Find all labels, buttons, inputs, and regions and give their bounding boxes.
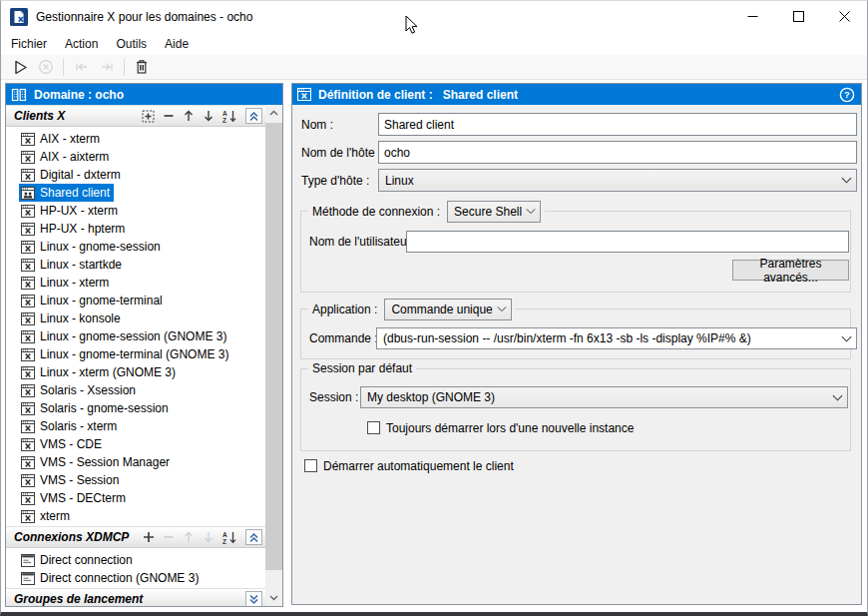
client-icon [21, 366, 35, 379]
list-item[interactable]: AIX - aixterm [6, 148, 265, 166]
list-item-label: VMS - DECterm [40, 491, 126, 505]
client-icon [21, 348, 35, 361]
application-mode-select[interactable]: Commande unique [384, 299, 512, 320]
client-icon [21, 456, 35, 469]
attach-button [68, 56, 94, 78]
client-icon [21, 474, 35, 487]
session-select[interactable]: My desktop (GNOME 3) [360, 386, 848, 408]
svg-text:A: A [222, 110, 227, 117]
client-icon [21, 295, 35, 308]
menu-outils[interactable]: Outils [107, 34, 156, 54]
list-item-label: AIX - aixterm [40, 150, 109, 164]
list-item[interactable]: Linux - xterm [6, 274, 265, 292]
list-item[interactable]: Linux - gnome-terminal [6, 292, 265, 309]
section-header-connexions-xdmcp[interactable]: Connexions XDMCPAZ [6, 526, 265, 548]
client-icon [21, 420, 35, 433]
section-tools [245, 589, 262, 606]
list-item[interactable]: VMS - Session [6, 471, 265, 489]
new-client-button[interactable] [142, 110, 155, 123]
list-item[interactable]: Solaris - gnome-session [6, 399, 265, 417]
sidebar-panel: Domaine : ocho Clients XAZAIX - xtermAIX… [5, 83, 283, 607]
list-item-label: Linux - konsole [40, 311, 121, 325]
expand-section-button[interactable] [245, 591, 262, 606]
remove-client-button[interactable] [163, 110, 175, 122]
section-header-clients-x[interactable]: Clients XAZ [6, 105, 265, 127]
sort-button[interactable]: AZ [222, 531, 237, 544]
always-start-checkbox[interactable] [367, 421, 380, 434]
list-item[interactable]: Direct connection (GNOME 3) [6, 569, 265, 587]
client-icon [21, 169, 35, 182]
scroll-down-button[interactable] [265, 589, 282, 606]
list-item[interactable]: VMS - DECterm [6, 489, 265, 507]
list-item[interactable]: HP-UX - xterm [6, 202, 265, 220]
list-item[interactable]: VMS - Session Manager [6, 453, 265, 471]
host-type-select[interactable]: Linux [378, 169, 857, 192]
sidebar-scrollbar[interactable] [265, 105, 282, 606]
session-value: My desktop (GNOME 3) [367, 390, 495, 404]
connection-method-label: Méthode de connexion : [312, 205, 440, 219]
list-item-label: Solaris - Xsession [40, 383, 136, 397]
domain-label: Domaine : ocho [34, 88, 124, 102]
client-icon [21, 241, 35, 254]
list-item[interactable]: Shared client [6, 184, 265, 202]
list-item-label: HP-UX - xterm [40, 204, 118, 218]
collapse-section-button[interactable] [245, 108, 262, 124]
sort-button[interactable]: AZ [222, 110, 237, 123]
connection-method-select[interactable]: Secure Shell [447, 201, 541, 223]
list-item[interactable]: Direct connection [6, 551, 265, 569]
list-item[interactable]: Solaris - Xsession [6, 381, 265, 399]
client-definition-header: Définition de client : Shared client ? [292, 84, 861, 105]
run-button[interactable] [7, 56, 33, 78]
section-title: Clients X [14, 109, 65, 123]
svg-text:?: ? [844, 89, 850, 100]
name-input[interactable] [378, 113, 857, 136]
list-item[interactable]: Digital - dxterm [6, 166, 265, 184]
scroll-thumb[interactable] [265, 123, 282, 570]
section-title: Connexions XDMCP [14, 530, 129, 544]
list-item-label: VMS - Session Manager [40, 455, 170, 469]
list-item-label: Digital - dxterm [40, 168, 121, 182]
list-item-label: Shared client [40, 186, 110, 200]
move-down-button[interactable] [203, 110, 215, 122]
help-icon[interactable]: ? [839, 87, 855, 103]
list-item[interactable]: xterm [6, 507, 265, 525]
list-item-label: Linux - xterm [40, 276, 109, 290]
list-item[interactable]: Linux - startkde [6, 256, 265, 274]
list-item[interactable]: AIX - xterm [6, 130, 265, 148]
move-up-button[interactable] [183, 110, 195, 122]
menu-aide[interactable]: Aide [156, 34, 198, 54]
client-icon [21, 492, 35, 505]
list-item[interactable]: VMS - CDE [6, 435, 265, 453]
list-item[interactable]: Linux - gnome-session (GNOME 3) [6, 327, 265, 345]
list-item[interactable]: Linux - konsole [6, 309, 265, 327]
autostart-checkbox[interactable] [304, 459, 317, 472]
list-item-label: AIX - xterm [40, 132, 100, 146]
delete-button[interactable] [129, 56, 155, 78]
chevron-down-icon [841, 335, 852, 342]
list-item[interactable]: Linux - gnome-session [6, 238, 265, 256]
maximize-button[interactable] [775, 1, 821, 31]
section-tools: AZ [142, 106, 262, 126]
menu-action[interactable]: Action [56, 34, 107, 54]
collapse-section-button[interactable] [245, 529, 262, 545]
menu-bar: FichierActionOutilsAide [1, 33, 867, 55]
session-group [300, 368, 851, 451]
list-item[interactable]: Linux - xterm (GNOME 3) [6, 363, 265, 381]
host-input[interactable] [378, 141, 857, 164]
new-connection-button[interactable] [143, 531, 155, 543]
command-combobox[interactable]: (dbus-run-session -- /usr/bin/xterm -fn … [376, 327, 857, 349]
section-header-groupes-de-lancement[interactable]: Groupes de lancement [6, 588, 265, 606]
advanced-settings-button[interactable]: Paramètres avancés... [732, 260, 849, 281]
list-item-label: Linux - gnome-terminal (GNOME 3) [40, 347, 228, 361]
command-label: Commande : [309, 327, 378, 349]
list-item[interactable]: Linux - gnome-terminal (GNOME 3) [6, 345, 265, 363]
minimize-button[interactable] [729, 1, 775, 31]
app-icon [10, 8, 28, 26]
list-item[interactable]: Solaris - xterm [6, 417, 265, 435]
list-item[interactable]: HP-UX - hpterm [6, 220, 265, 238]
toolbar [1, 55, 867, 80]
menu-fichier[interactable]: Fichier [2, 34, 56, 54]
close-button[interactable] [821, 1, 867, 31]
scroll-up-button[interactable] [265, 105, 282, 122]
username-input[interactable] [406, 231, 849, 253]
